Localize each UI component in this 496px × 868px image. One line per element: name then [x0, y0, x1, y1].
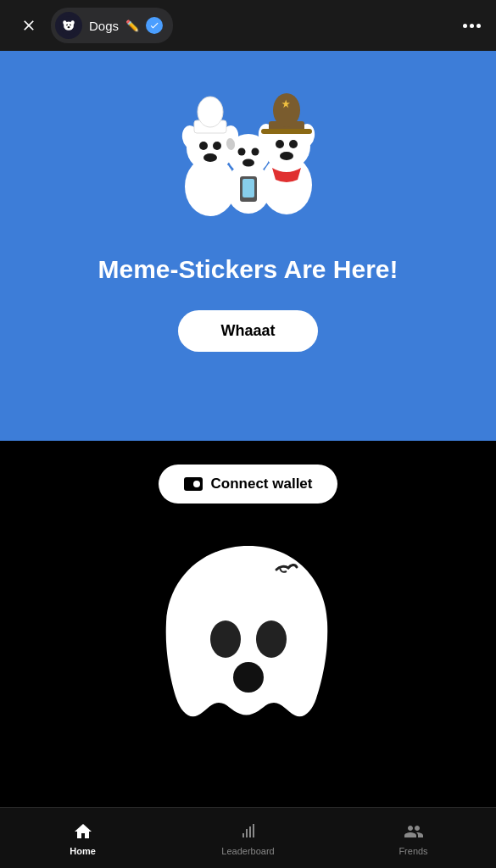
wallet-icon: [184, 477, 203, 491]
whaaat-button[interactable]: Whaaat: [178, 310, 317, 352]
top-bar-left: Dogs ✏️: [15, 8, 173, 43]
edit-icon: ✏️: [125, 19, 139, 32]
channel-info[interactable]: Dogs ✏️: [51, 8, 173, 43]
nav-item-leaderboard[interactable]: Leaderboard: [165, 821, 331, 856]
svg-point-35: [242, 159, 254, 167]
frends-icon: [403, 821, 425, 843]
dogs-illustration: [155, 76, 342, 237]
svg-point-38: [210, 620, 241, 658]
svg-point-23: [280, 152, 293, 160]
close-button[interactable]: [15, 12, 42, 39]
svg-point-33: [237, 148, 245, 156]
svg-point-21: [276, 140, 284, 148]
svg-rect-25: [261, 129, 312, 134]
nav-item-frends[interactable]: Frends: [331, 821, 496, 856]
home-icon: [72, 821, 94, 843]
svg-point-4: [68, 26, 70, 28]
ghost-dog-illustration: [138, 520, 359, 758]
nav-item-home[interactable]: Home: [0, 821, 165, 856]
svg-point-11: [199, 142, 208, 150]
svg-point-12: [213, 142, 221, 150]
banner-title: Meme-Stickers Are Here!: [98, 254, 398, 285]
svg-rect-37: [242, 179, 254, 198]
top-bar: Dogs ✏️: [0, 0, 496, 51]
home-label: Home: [70, 846, 96, 856]
black-section: Connect wallet: [0, 441, 496, 807]
more-options-button[interactable]: [463, 24, 481, 28]
dot2: [470, 24, 474, 28]
svg-point-40: [233, 662, 264, 693]
channel-avatar: [55, 12, 82, 39]
frends-label: Frends: [398, 846, 427, 856]
leaderboard-icon: [237, 821, 259, 843]
banner-section: Meme-Stickers Are Here! Whaaat: [0, 51, 496, 441]
channel-name: Dogs: [89, 19, 119, 33]
dot3: [476, 24, 481, 28]
svg-point-39: [256, 620, 287, 658]
connect-wallet-button[interactable]: Connect wallet: [159, 465, 338, 504]
svg-point-15: [198, 97, 223, 127]
dot1: [463, 24, 467, 28]
svg-point-22: [289, 140, 298, 148]
svg-point-34: [251, 148, 259, 156]
leaderboard-label: Leaderboard: [221, 846, 274, 856]
svg-point-26: [273, 93, 300, 127]
connect-wallet-label: Connect wallet: [211, 476, 313, 492]
bottom-nav: Home Leaderboard Frends: [0, 807, 496, 868]
svg-point-13: [203, 153, 217, 162]
verified-badge: [146, 17, 163, 34]
